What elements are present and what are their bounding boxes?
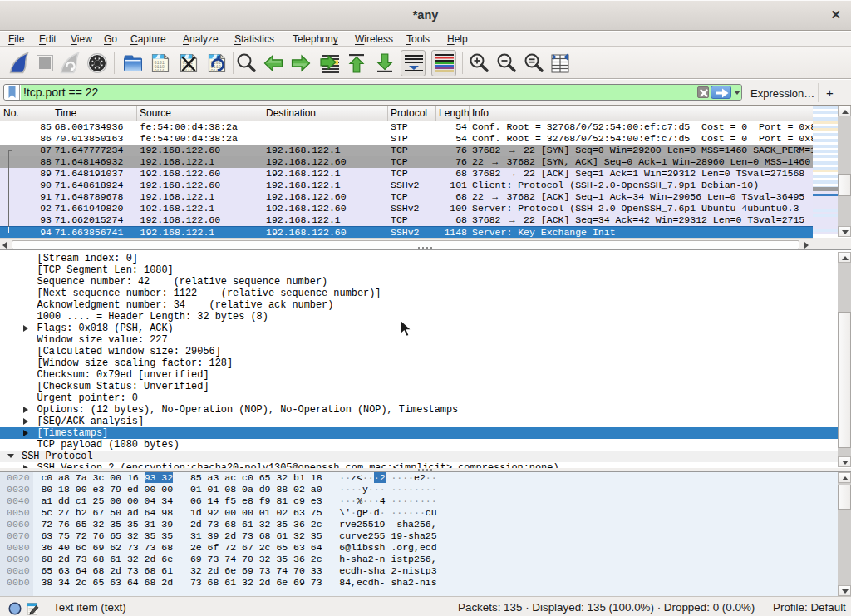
- svg-text:0111: 0111: [155, 69, 165, 74]
